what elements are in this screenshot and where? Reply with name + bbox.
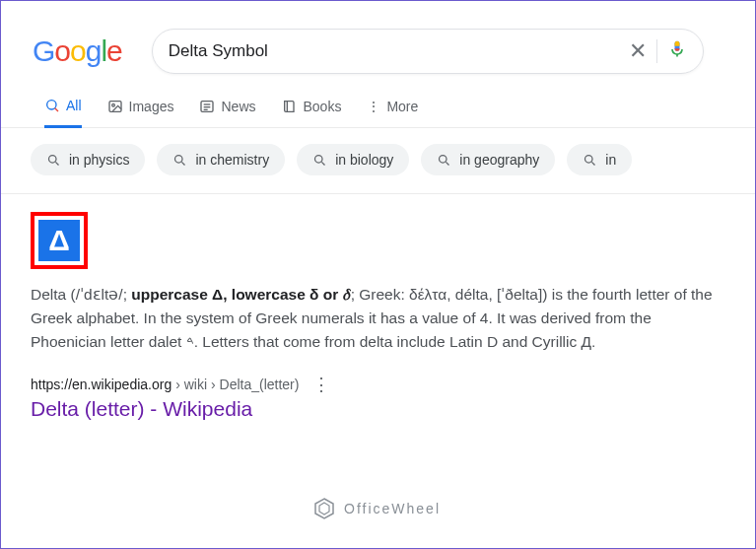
chip-in-biology[interactable]: in biology — [297, 144, 409, 175]
svg-line-12 — [182, 162, 185, 165]
search-icon — [583, 153, 597, 168]
search-icon — [46, 153, 61, 168]
featured-thumbnail-highlight: Δ — [31, 212, 88, 269]
search-bar[interactable]: ✕ — [152, 29, 704, 74]
svg-point-9 — [49, 155, 57, 163]
svg-line-14 — [322, 162, 325, 165]
tab-books[interactable]: Books — [282, 99, 342, 126]
search-icon — [437, 153, 451, 168]
snippet-bold: uppercase Δ, lowercase δ or 𝛿 — [131, 286, 350, 303]
tab-books-label: Books — [304, 99, 342, 114]
svg-line-16 — [447, 162, 449, 165]
related-chips: in physics in chemistry in biology in ge… — [1, 128, 755, 194]
svg-point-17 — [585, 155, 593, 163]
svg-marker-19 — [315, 499, 333, 518]
google-logo[interactable]: Google — [33, 34, 122, 68]
tab-news-label: News — [221, 99, 255, 114]
search-tabs: All Images News Books ⋮ More — [1, 84, 755, 128]
tab-all[interactable]: All — [44, 98, 82, 128]
tab-all-label: All — [66, 98, 82, 113]
result-url-host: https://en.wikipedia.org — [31, 377, 172, 392]
svg-point-15 — [440, 155, 447, 163]
chip-in-geography[interactable]: in geography — [421, 144, 555, 175]
chip-in-more[interactable]: in — [567, 144, 632, 175]
search-icon — [172, 153, 187, 168]
search-input[interactable] — [169, 41, 619, 61]
snippet-lead: Delta (/ˈdɛltə/; — [31, 286, 131, 303]
svg-marker-20 — [319, 503, 329, 515]
tab-more[interactable]: ⋮ More — [367, 99, 418, 126]
result-url-path: › wiki › Delta_(letter) — [175, 377, 299, 392]
search-results: Δ Delta (/ˈdɛltə/; uppercase Δ, lowercas… — [1, 194, 755, 421]
clear-icon[interactable]: ✕ — [619, 40, 656, 62]
tab-news[interactable]: News — [199, 99, 255, 126]
chip-in-physics[interactable]: in physics — [31, 144, 145, 175]
result-title-link[interactable]: Delta (letter) - Wikipedia — [31, 397, 725, 421]
svg-point-11 — [175, 155, 183, 163]
featured-snippet: Delta (/ˈdɛltə/; uppercase Δ, lowercase … — [31, 283, 721, 354]
chip-label: in geography — [459, 152, 539, 168]
tab-images-label: Images — [129, 99, 174, 114]
chip-in-chemistry[interactable]: in chemistry — [157, 144, 285, 175]
tab-more-label: More — [386, 99, 418, 114]
chip-label: in — [605, 152, 616, 168]
result-url[interactable]: https://en.wikipedia.org › wiki › Delta_… — [31, 376, 725, 393]
svg-point-3 — [111, 103, 114, 106]
svg-point-0 — [47, 101, 56, 109]
svg-line-1 — [55, 108, 58, 111]
watermark-text: OfficeWheel — [344, 501, 441, 516]
header: Google ✕ — [1, 1, 755, 84]
search-icon — [312, 153, 327, 168]
svg-point-13 — [315, 155, 323, 163]
tab-images[interactable]: Images — [107, 99, 174, 126]
chip-label: in physics — [69, 152, 129, 168]
officewheel-watermark: OfficeWheel — [312, 497, 441, 520]
officewheel-logo-icon — [312, 497, 336, 520]
more-dots-icon: ⋮ — [367, 99, 380, 114]
svg-line-18 — [592, 162, 595, 165]
delta-symbol-thumbnail[interactable]: Δ — [38, 220, 80, 261]
chip-label: in biology — [335, 152, 393, 168]
mic-icon[interactable] — [656, 39, 687, 63]
result-menu-icon[interactable]: ⋮ — [312, 376, 330, 393]
chip-label: in chemistry — [195, 152, 269, 168]
svg-line-10 — [55, 162, 58, 165]
